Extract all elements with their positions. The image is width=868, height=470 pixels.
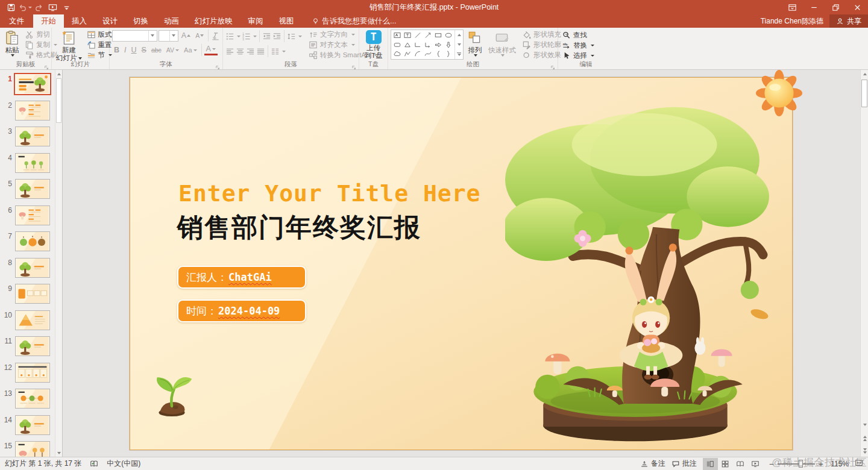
tab-幻灯片放映[interactable]: 幻灯片放映 (187, 14, 241, 28)
curve-shape-icon[interactable] (423, 49, 433, 59)
thumb-scroll-handle[interactable] (56, 78, 61, 123)
slide-thumbnail-14[interactable] (15, 415, 50, 435)
slide-thumbnail-8[interactable] (15, 258, 50, 278)
undo-icon[interactable] (19, 1, 31, 13)
tree-illustration[interactable] (505, 89, 772, 446)
tab-插入[interactable]: 插入 (64, 14, 95, 28)
slide-thumbnail-5[interactable] (15, 179, 50, 199)
tab-审阅[interactable]: 审阅 (241, 14, 271, 28)
scroll-handle[interactable] (861, 80, 867, 107)
zoom-in-button[interactable]: + (819, 460, 823, 468)
tab-视图[interactable]: 视图 (271, 14, 302, 28)
line-shape-icon[interactable] (413, 31, 423, 40)
slide-thumbnail-7[interactable] (15, 231, 50, 251)
slide-thumbnail-2[interactable] (15, 101, 50, 121)
align-left-icon[interactable] (225, 47, 234, 56)
close-button[interactable] (846, 0, 868, 14)
start-slideshow-icon[interactable] (46, 1, 58, 13)
tell-me-box[interactable]: 告诉我您想要做什么... (312, 14, 397, 28)
next-slide-icon[interactable] (861, 446, 868, 455)
upload-tpan-button[interactable]: T 上传 到T盘 (362, 30, 384, 60)
oval-shape-icon[interactable] (444, 31, 453, 40)
slide-thumbnail-13[interactable] (15, 389, 50, 409)
new-slide-button[interactable]: 新建 幻灯片 (54, 30, 84, 60)
grow-font-button[interactable]: A (180, 30, 192, 41)
line-spacing-icon[interactable] (287, 32, 296, 41)
align-right-icon[interactable] (246, 47, 255, 56)
bullets-icon[interactable] (225, 32, 234, 41)
cloud-shape-icon[interactable] (392, 49, 402, 59)
slide-thumbnail-4[interactable] (15, 153, 50, 173)
slide-sorter-view-button[interactable] (718, 458, 733, 470)
character-spacing-button[interactable]: AV (165, 45, 181, 55)
reading-view-button[interactable] (733, 458, 748, 470)
arrange-button[interactable]: 排列 (465, 30, 485, 60)
font-size-combo[interactable] (159, 30, 178, 42)
elbow-connector-shape-icon[interactable] (413, 40, 423, 50)
paragraph-dialog-launcher[interactable] (351, 62, 358, 69)
clear-formatting-icon[interactable] (211, 31, 220, 40)
repeat-icon[interactable] (33, 1, 45, 13)
slide-counter[interactable]: 幻灯片 第 1 张, 共 17 张 (5, 459, 81, 469)
slide-thumbnail-1[interactable] (15, 74, 50, 94)
user-name[interactable]: Tiande Chen陈添德 (761, 14, 823, 28)
tab-开始[interactable]: 开始 (33, 14, 64, 28)
clipboard-dialog-launcher[interactable] (44, 62, 51, 69)
presenter-box[interactable]: 汇报人：ChatGAi (177, 266, 306, 289)
zoom-slider[interactable] (778, 463, 815, 465)
normal-view-button[interactable] (703, 458, 718, 470)
slide-title-english[interactable]: Enter Your Title Here (178, 180, 480, 207)
elbow-arrow-connector-shape-icon[interactable] (423, 40, 433, 50)
restore-button[interactable] (825, 0, 846, 14)
find-button[interactable]: 查找 (561, 30, 596, 40)
sun-illustration[interactable] (750, 69, 808, 117)
thumb-scroll-down-icon[interactable] (55, 449, 63, 457)
freeform-shape-icon[interactable] (403, 49, 412, 59)
left-brace-shape-icon[interactable] (433, 49, 443, 59)
thumb-scroll-up-icon[interactable] (55, 70, 63, 78)
align-center-icon[interactable] (236, 47, 245, 56)
tab-动画[interactable]: 动画 (156, 14, 187, 28)
shadow-button[interactable]: S (140, 45, 148, 55)
shapes-scroll-down-icon[interactable] (455, 40, 463, 49)
text-box-shape-icon[interactable] (392, 31, 402, 40)
customize-qat-icon[interactable] (60, 1, 72, 13)
tab-设计[interactable]: 设计 (95, 14, 125, 28)
italic-button[interactable]: I (122, 45, 128, 55)
font-name-combo[interactable] (112, 30, 157, 42)
select-button[interactable]: 选择 (561, 51, 596, 60)
slide-thumbnail-10[interactable] (15, 310, 50, 330)
slide-title-chinese[interactable]: 销售部门年终奖汇报 (177, 210, 421, 245)
decrease-indent-icon[interactable] (262, 32, 271, 41)
tab-file[interactable]: 文件 (0, 14, 33, 28)
rectangle-shape-icon[interactable] (433, 31, 443, 40)
paste-button[interactable]: 粘贴 (2, 30, 22, 60)
columns-icon[interactable] (271, 47, 280, 56)
language-indicator[interactable]: 中文(中国) (107, 459, 140, 469)
font-dialog-launcher[interactable] (215, 62, 222, 69)
zoom-slider-handle[interactable] (799, 460, 803, 468)
spellcheck-icon[interactable] (90, 460, 98, 468)
arrow-shape-icon[interactable] (423, 31, 433, 40)
bold-button[interactable]: B (112, 45, 121, 55)
underline-button[interactable]: U (130, 45, 139, 55)
ribbon-display-options-icon[interactable] (781, 0, 803, 14)
sprout-illustration[interactable] (150, 371, 193, 419)
slideshow-view-button[interactable] (748, 458, 763, 470)
save-icon[interactable] (5, 1, 17, 13)
slide-1[interactable]: Enter Your Title Here 销售部门年终奖汇报 汇报人：Chat… (130, 77, 793, 450)
comments-button[interactable]: 批注 (671, 459, 697, 469)
notes-button[interactable]: 备注 (640, 459, 665, 469)
increase-indent-icon[interactable] (272, 32, 281, 41)
scroll-up-icon[interactable] (861, 70, 868, 78)
tab-切换[interactable]: 切换 (125, 14, 156, 28)
numbering-icon[interactable]: 123 (242, 32, 251, 41)
quick-styles-button[interactable]: 快速样式 (486, 30, 518, 60)
right-brace-shape-icon[interactable] (444, 49, 453, 59)
rounded-rectangle-shape-icon[interactable] (392, 40, 402, 50)
slide-thumbnail-3[interactable] (15, 127, 50, 146)
replace-button[interactable]: ab替换 (561, 40, 596, 50)
minimize-button[interactable] (803, 0, 825, 14)
slide-thumbnail-11[interactable] (15, 336, 50, 356)
font-color-button[interactable]: A (204, 45, 218, 55)
